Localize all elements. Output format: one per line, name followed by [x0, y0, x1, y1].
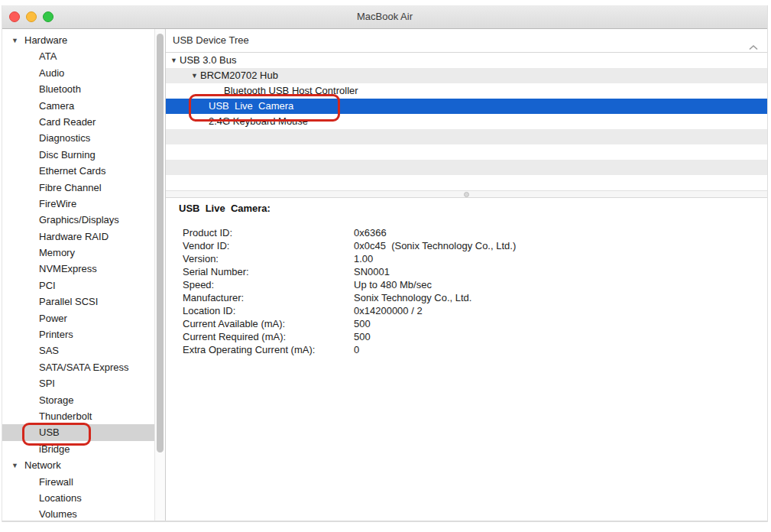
- sidebar-item-disc-burning[interactable]: Disc Burning: [2, 147, 165, 163]
- details-pane: USB Live Camera: Product ID:0x6366Vendor…: [166, 198, 767, 356]
- detail-label: Serial Number:: [183, 265, 354, 278]
- sidebar-item-ethernet-cards[interactable]: Ethernet Cards: [2, 163, 165, 179]
- sidebar-item-label: Hardware RAID: [39, 231, 109, 242]
- sidebar: ▼HardwareATAAudioBluetoothCameraCard Rea…: [2, 29, 165, 522]
- sidebar-item-label: Thunderbolt: [39, 410, 92, 422]
- disclosure-triangle-icon[interactable]: ▼: [11, 33, 24, 49]
- tree-row-bluetooth-usb-host-controller[interactable]: Bluetooth USB Host Controller: [166, 83, 767, 99]
- disclosure-triangle-icon[interactable]: ▼: [191, 68, 200, 83]
- detail-value: 0: [354, 344, 359, 355]
- sidebar-item-fibre-channel[interactable]: Fibre Channel: [2, 180, 165, 196]
- sidebar-item-label: Locations: [39, 492, 82, 504]
- detail-value: 500: [354, 331, 371, 342]
- detail-label: Location ID:: [183, 304, 354, 317]
- sidebar-item-storage[interactable]: Storage: [2, 392, 165, 408]
- sidebar-item-label: iBridge: [39, 443, 70, 455]
- sidebar-item-firewall[interactable]: Firewall: [2, 474, 165, 490]
- sidebar-item-hardware[interactable]: ▼Hardware: [2, 32, 165, 48]
- sidebar-item-label: Volumes: [39, 508, 77, 520]
- sidebar-item-thunderbolt[interactable]: Thunderbolt: [2, 408, 165, 424]
- tree-row-label: USB 3.0 Bus: [180, 54, 236, 66]
- sidebar-item-label: Network: [24, 459, 61, 471]
- sidebar-item-hardware-raid[interactable]: Hardware RAID: [2, 229, 165, 245]
- tree-row-usb-live-camera[interactable]: USB Live Camera: [166, 99, 767, 114]
- sidebar-item-label: Hardware: [24, 34, 67, 46]
- detail-label: Version:: [183, 252, 354, 265]
- detail-label: Product ID:: [183, 226, 354, 239]
- sidebar-item-graphics-displays[interactable]: Graphics/Displays: [2, 212, 165, 228]
- sidebar-scrollbar[interactable]: [154, 29, 165, 522]
- tree-row-2-4g-keyboard-mouse[interactable]: 2.4G Keyboard Mouse: [166, 114, 767, 129]
- sidebar-item-label: Power: [39, 313, 67, 324]
- sidebar-item-card-reader[interactable]: Card Reader: [2, 114, 165, 130]
- sidebar-item-bluetooth[interactable]: Bluetooth: [2, 81, 165, 97]
- usb-device-tree: ▼USB 3.0 Bus▼BRCM20702 HubBluetooth USB …: [166, 53, 767, 190]
- sidebar-item-label: Parallel SCSI: [39, 296, 98, 307]
- screenshot-root: MacBook Air ▼HardwareATAAudioBluetoothCa…: [0, 0, 771, 532]
- tree-empty-row: [166, 144, 767, 160]
- detail-row-current-required-ma: Current Required (mA):500: [183, 330, 767, 343]
- sidebar-item-audio[interactable]: Audio: [2, 65, 165, 81]
- detail-row-extra-operating-current-ma: Extra Operating Current (mA):0: [183, 343, 767, 356]
- detail-row-manufacturer: Manufacturer:Sonix Technology Co., Ltd.: [183, 291, 767, 304]
- sidebar-item-locations[interactable]: Locations: [2, 490, 165, 506]
- detail-value: Sonix Technology Co., Ltd.: [354, 292, 471, 303]
- sidebar-item-label: Ethernet Cards: [39, 165, 105, 177]
- tree-header-label: USB Device Tree: [173, 34, 249, 46]
- sidebar-item-sata-sata-express[interactable]: SATA/SATA Express: [2, 359, 165, 375]
- tree-empty-row: [166, 129, 767, 144]
- sidebar-item-spi[interactable]: SPI: [2, 375, 165, 391]
- tree-row-label: 2.4G Keyboard Mouse: [209, 115, 308, 127]
- sidebar-item-label: Disc Burning: [39, 149, 96, 161]
- titlebar[interactable]: MacBook Air: [2, 5, 767, 29]
- detail-row-product-id: Product ID:0x6366: [183, 226, 767, 239]
- sidebar-item-label: USB: [39, 427, 60, 438]
- sidebar-item-camera[interactable]: Camera: [2, 98, 165, 114]
- sidebar-item-label: SATA/SATA Express: [39, 362, 129, 373]
- sidebar-item-power[interactable]: Power: [2, 310, 165, 326]
- tree-row-usb-3-0-bus[interactable]: ▼USB 3.0 Bus: [166, 53, 767, 68]
- disclosure-triangle-icon[interactable]: ▼: [170, 53, 180, 68]
- sidebar-item-network[interactable]: ▼Network: [2, 457, 165, 473]
- sidebar-item-nvmexpress[interactable]: NVMExpress: [2, 261, 165, 277]
- pane-splitter[interactable]: [166, 190, 767, 198]
- tree-empty-row: [166, 175, 767, 190]
- sidebar-item-pci[interactable]: PCI: [2, 277, 165, 294]
- splitter-handle-icon[interactable]: [464, 192, 469, 197]
- window-title: MacBook Air: [2, 5, 767, 28]
- sidebar-item-printers[interactable]: Printers: [2, 326, 165, 342]
- window-bottom-border: [2, 521, 767, 522]
- sidebar-item-label: Storage: [39, 394, 74, 406]
- detail-value: Up to 480 Mb/sec: [354, 279, 432, 290]
- sidebar-item-label: PCI: [39, 280, 56, 291]
- detail-label: Current Required (mA):: [183, 330, 354, 343]
- detail-label: Vendor ID:: [183, 239, 354, 252]
- tree-row-brcm20702-hub[interactable]: ▼BRCM20702 Hub: [166, 68, 767, 83]
- tree-row-label: Bluetooth USB Host Controller: [224, 85, 358, 96]
- sidebar-item-parallel-scsi[interactable]: Parallel SCSI: [2, 294, 165, 310]
- detail-row-current-available-ma: Current Available (mA):500: [183, 317, 767, 330]
- sidebar-scrollbar-thumb[interactable]: [157, 34, 164, 453]
- disclosure-triangle-icon[interactable]: ▼: [11, 458, 24, 474]
- sidebar-item-label: Printers: [39, 329, 73, 340]
- usb-device-tree-header[interactable]: USB Device Tree: [166, 29, 767, 53]
- detail-value: 500: [354, 318, 371, 329]
- detail-value: 0x6366: [354, 227, 387, 238]
- window-content: ▼HardwareATAAudioBluetoothCameraCard Rea…: [2, 29, 767, 522]
- sidebar-item-usb[interactable]: USB: [2, 424, 165, 440]
- detail-label: Speed:: [183, 278, 354, 291]
- system-information-window: MacBook Air ▼HardwareATAAudioBluetoothCa…: [2, 5, 768, 522]
- sidebar-item-memory[interactable]: Memory: [2, 245, 165, 261]
- sidebar-item-label: SAS: [39, 345, 59, 356]
- sidebar-item-firewire[interactable]: FireWire: [2, 196, 165, 212]
- detail-value: 0x14200000 / 2: [354, 305, 423, 316]
- sidebar-item-diagnostics[interactable]: Diagnostics: [2, 130, 165, 146]
- tree-empty-row: [166, 160, 767, 175]
- sidebar-item-ibridge[interactable]: iBridge: [2, 441, 165, 457]
- sidebar-item-sas[interactable]: SAS: [2, 342, 165, 358]
- sidebar-item-label: NVMExpress: [39, 263, 97, 274]
- detail-value: 1.00: [354, 253, 373, 264]
- sidebar-item-ata[interactable]: ATA: [2, 48, 165, 64]
- sidebar-item-label: FireWire: [39, 198, 76, 209]
- sidebar-item-volumes[interactable]: Volumes: [2, 506, 165, 522]
